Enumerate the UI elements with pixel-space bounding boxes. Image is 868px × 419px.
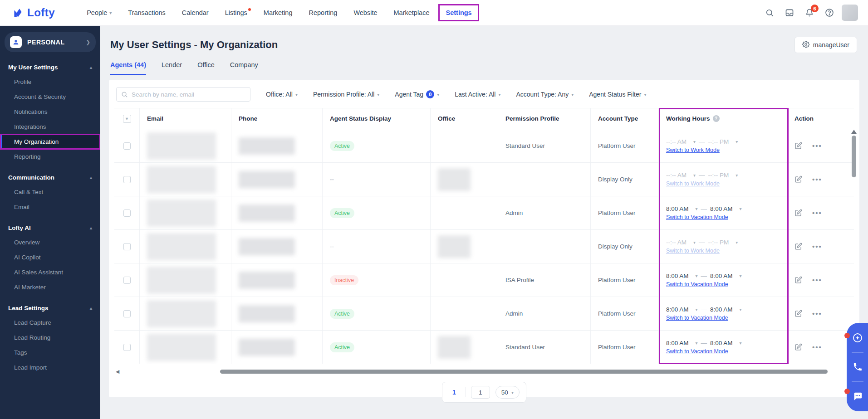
vertical-scrollbar[interactable] [851, 130, 857, 356]
vertical-scroll-thumb[interactable] [852, 136, 856, 177]
working-hours-help-icon[interactable]: ? [713, 115, 720, 122]
sidebar-item-my-organization[interactable]: My Organization [0, 134, 100, 149]
sidebar-item-ai-sales-assistant[interactable]: AI Sales Assistant [0, 265, 100, 280]
sidebar-item-overview[interactable]: Overview [0, 235, 100, 250]
chevron-down-icon[interactable]: ▾ [696, 307, 698, 312]
sidebar-item-lead-import[interactable]: Lead Import [0, 360, 100, 375]
chevron-down-icon[interactable]: ▾ [740, 206, 742, 211]
horizontal-scroll-track[interactable] [123, 370, 846, 374]
more-actions-icon[interactable]: ••• [812, 142, 822, 150]
scroll-up-arrow[interactable] [851, 130, 857, 134]
topnav-item[interactable]: Listings [219, 5, 254, 20]
switch-mode-link[interactable]: Switch to Vacation Mode [666, 315, 728, 321]
filter-dropdown[interactable]: Last Active: All ▾ [455, 91, 500, 98]
ai-assistant-icon[interactable] [851, 331, 864, 344]
filter-dropdown[interactable]: Agent Tag 0 ▾ [395, 90, 439, 98]
personal-profile-switcher[interactable]: PERSONAL ❯ [5, 32, 96, 52]
topnav-item[interactable]: People ▾ [80, 5, 118, 20]
topnav-item[interactable]: Transactions [122, 5, 172, 20]
row-checkbox[interactable] [123, 142, 131, 150]
more-actions-icon[interactable]: ••• [812, 175, 822, 183]
help-icon[interactable] [824, 8, 834, 18]
edit-icon[interactable] [794, 209, 802, 217]
search-icon[interactable] [765, 8, 775, 18]
sidebar-item-notifications[interactable]: Notifications [0, 104, 100, 119]
switch-mode-link[interactable]: Switch to Vacation Mode [666, 281, 728, 287]
more-actions-icon[interactable]: ••• [812, 243, 822, 250]
tab-office[interactable]: Office [197, 61, 215, 75]
lofty-logo[interactable]: Lofty [12, 6, 55, 19]
edit-icon[interactable] [794, 142, 802, 150]
edit-icon[interactable] [794, 343, 802, 351]
sidebar-item-account-security[interactable]: Account & Security [0, 89, 100, 104]
chevron-down-icon[interactable]: ▾ [736, 240, 738, 245]
topnav-item[interactable]: Marketplace [387, 5, 436, 20]
edit-icon[interactable] [794, 310, 802, 317]
page-size-select[interactable]: 50 ▾ [495, 386, 520, 399]
filter-dropdown[interactable]: Account Type: Any ▾ [516, 91, 574, 98]
scroll-left-arrow[interactable]: ◀ [114, 369, 121, 375]
page-jump-input[interactable] [471, 386, 490, 399]
sidebar-item-lead-routing[interactable]: Lead Routing [0, 330, 100, 345]
row-checkbox[interactable] [123, 243, 131, 250]
switch-mode-link[interactable]: Switch to Vacation Mode [666, 348, 728, 355]
chevron-down-icon[interactable]: ▾ [740, 307, 742, 312]
agent-search-input[interactable] [132, 91, 245, 98]
chevron-down-icon[interactable]: ▾ [696, 341, 698, 346]
chevron-down-icon[interactable]: ▾ [693, 139, 696, 144]
inbox-icon[interactable] [785, 8, 794, 18]
sidebar-item-tags[interactable]: Tags [0, 345, 100, 360]
agent-search-box[interactable] [116, 87, 250, 102]
chevron-down-icon[interactable]: ▾ [736, 173, 738, 178]
tab-lender[interactable]: Lender [162, 61, 182, 75]
manage-user-button[interactable]: manageUser [794, 37, 857, 53]
sidebar-item-reporting[interactable]: Reporting [0, 149, 100, 164]
edit-icon[interactable] [794, 243, 802, 250]
more-actions-icon[interactable]: ••• [812, 276, 822, 284]
chat-bubble-icon[interactable] [851, 390, 864, 403]
horizontal-scrollbar[interactable]: ◀ ▶ [114, 367, 854, 375]
topnav-item[interactable]: Marketing [257, 5, 299, 20]
select-all-checkbox[interactable]: ▾ [123, 115, 131, 123]
switch-mode-link[interactable]: Switch to Work Mode [666, 248, 720, 254]
filter-dropdown[interactable]: Agent Status Filter ▾ [589, 91, 646, 98]
notifications-bell-icon[interactable]: 6 [804, 8, 814, 18]
sidebar-item-email[interactable]: Email [0, 200, 100, 214]
chevron-down-icon[interactable]: ▾ [693, 173, 696, 178]
page-number-button[interactable]: 1 [449, 389, 460, 396]
edit-icon[interactable] [794, 276, 802, 284]
switch-mode-link[interactable]: Switch to Vacation Mode [666, 214, 728, 220]
tab-agents-44-[interactable]: Agents (44) [110, 61, 146, 75]
more-actions-icon[interactable]: ••• [812, 209, 822, 217]
more-actions-icon[interactable]: ••• [812, 343, 822, 351]
user-avatar[interactable] [842, 5, 858, 21]
switch-mode-link[interactable]: Switch to Work Mode [666, 180, 720, 187]
chevron-down-icon[interactable]: ▾ [736, 139, 738, 144]
edit-icon[interactable] [794, 175, 802, 183]
row-checkbox[interactable] [123, 344, 131, 351]
sidebar-item-lead-capture[interactable]: Lead Capture [0, 315, 100, 330]
switch-mode-link[interactable]: Switch to Work Mode [666, 147, 720, 153]
row-checkbox[interactable] [123, 210, 131, 217]
tab-company[interactable]: Company [230, 61, 258, 75]
chevron-down-icon[interactable]: ▾ [740, 341, 742, 346]
row-checkbox[interactable] [123, 277, 131, 284]
chevron-down-icon[interactable]: ▾ [740, 273, 742, 278]
sidebar-item-ai-copilot[interactable]: AI Copilot [0, 250, 100, 265]
sidebar-section-header[interactable]: Lead Settings ▴ [0, 301, 100, 315]
sidebar-section-header[interactable]: Communication ▴ [0, 171, 100, 185]
sidebar-item-profile[interactable]: Profile [0, 74, 100, 89]
sidebar-item-ai-marketer[interactable]: AI Marketer [0, 280, 100, 295]
sidebar-section-header[interactable]: Lofty AI ▴ [0, 221, 100, 235]
topnav-item[interactable]: Settings [439, 5, 478, 20]
topnav-item[interactable]: Calendar [176, 5, 215, 20]
horizontal-scroll-thumb[interactable] [220, 370, 828, 374]
sidebar-section-header[interactable]: My User Settings ▴ [0, 60, 100, 74]
chevron-down-icon[interactable]: ▾ [693, 240, 696, 245]
topnav-item[interactable]: Website [347, 5, 383, 20]
chevron-down-icon[interactable]: ▾ [696, 273, 698, 278]
sidebar-item-call-text[interactable]: Call & Text [0, 185, 100, 200]
more-actions-icon[interactable]: ••• [812, 310, 822, 317]
chevron-down-icon[interactable]: ▾ [696, 206, 698, 211]
row-checkbox[interactable] [123, 176, 131, 183]
